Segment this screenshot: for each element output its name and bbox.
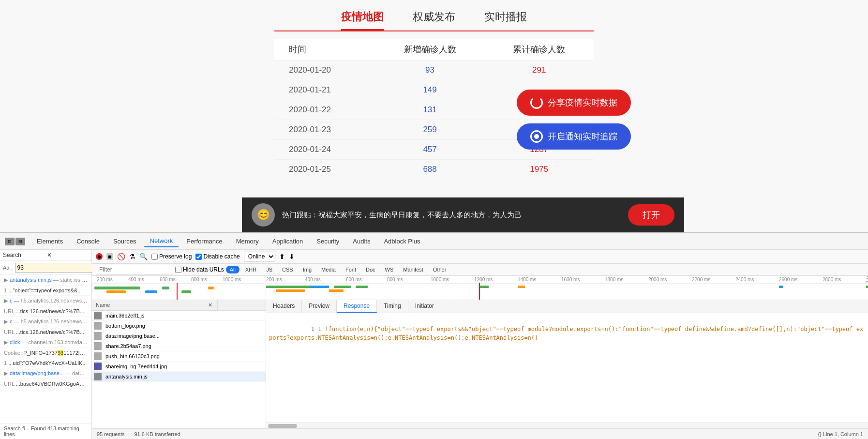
- notify-btn[interactable]: 开启通知实时追踪: [517, 123, 631, 150]
- devtools: ⊡ ⊟ Elements Console Sources Network Per…: [0, 232, 868, 439]
- export-btn[interactable]: ⬇: [289, 253, 295, 260]
- list-item[interactable]: URL ...base64.iVBORw0KGgoAAA...: [0, 379, 91, 389]
- filter-manifest[interactable]: Manifest: [399, 266, 427, 273]
- notif-open-btn[interactable]: 打开: [628, 204, 674, 226]
- devtools-main: Search ✕ Aa . ↺ ⊘ ▶antanalysis.min.js — …: [0, 250, 868, 439]
- devtools-undock-btn[interactable]: ⊡: [5, 238, 15, 245]
- filter-input[interactable]: [96, 265, 173, 274]
- cell-new: 93: [375, 61, 485, 80]
- tab-authoritative[interactable]: 权威发布: [413, 10, 455, 30]
- file-name: antanalysis.min.js: [104, 372, 266, 381]
- transferred-size: 91.6 KB transferred: [134, 431, 180, 437]
- filter-doc[interactable]: Doc: [362, 266, 379, 273]
- search-btn[interactable]: 🔍: [139, 253, 148, 260]
- timeline-ruler-area: 200 ms 400 ms 600 ms 800 ms 1000 ms ...: [92, 276, 266, 300]
- tab-elements[interactable]: Elements: [31, 236, 69, 247]
- list-item[interactable]: 1 ...uid":"O7wVhdkY4wcX+UaLlK...: [0, 358, 91, 368]
- list-item[interactable]: 1 ..."object"==typeof exports&&...: [0, 286, 91, 296]
- filter-font[interactable]: Font: [342, 266, 360, 273]
- col-total: 累计确诊人数: [484, 39, 594, 61]
- list-item[interactable]: push_btn.66130c3.png: [92, 351, 266, 362]
- list-item[interactable]: bottom_logo.png: [92, 321, 266, 331]
- filter-all[interactable]: All: [226, 266, 239, 273]
- import-btn[interactable]: ⬆: [279, 253, 285, 260]
- list-item[interactable]: ▶c — h5.analytics.126.net/news/c?...: [0, 296, 91, 306]
- throttle-select[interactable]: Online: [244, 252, 275, 261]
- stop-btn[interactable]: ⏹: [106, 253, 113, 260]
- tab-bar: 疫情地图 权威发布 实时播报: [341, 0, 527, 30]
- list-item[interactable]: shareimg_bg.7eed4d4.jpg: [92, 362, 266, 372]
- clear-btn[interactable]: 🚫: [117, 253, 125, 260]
- nl-col-x-header[interactable]: ✕: [203, 300, 218, 310]
- filter-media[interactable]: Media: [317, 266, 340, 273]
- tab-audits[interactable]: Audits: [347, 236, 376, 247]
- cell-date: 2020-01-21: [274, 80, 375, 100]
- devtools-tabbar: ⊡ ⊟ Elements Console Sources Network Per…: [0, 233, 868, 250]
- search-label: Search: [3, 252, 45, 258]
- record-btn[interactable]: ⏺: [96, 253, 103, 260]
- tab-network[interactable]: Network: [144, 235, 179, 247]
- tab-console[interactable]: Console: [71, 236, 105, 247]
- list-item[interactable]: main.36b2eff1.js: [92, 311, 266, 321]
- share-btn[interactable]: 分享疫情实时数据: [517, 90, 631, 116]
- list-item[interactable]: Cookie: P_INFO=17379311172|15...: [0, 348, 91, 358]
- tab-realtime[interactable]: 实时播报: [484, 10, 527, 30]
- hide-data-urls-checkbox[interactable]: Hide data URLs: [175, 266, 224, 273]
- cell-new: 457: [375, 140, 485, 160]
- tab-preview[interactable]: Preview: [302, 300, 337, 313]
- search-panel: Search ✕ Aa . ↺ ⊘ ▶antanalysis.min.js — …: [0, 250, 92, 439]
- list-item[interactable]: ▶click — channel.m.163.com/data/...: [0, 337, 91, 348]
- disable-cache-checkbox[interactable]: Disable cache: [195, 253, 239, 260]
- filter-ws[interactable]: WS: [381, 266, 398, 273]
- search-toggle-dot[interactable]: .: [11, 265, 13, 271]
- list-item[interactable]: URL ...tics.126.net/news/c?%7B...: [0, 306, 91, 317]
- cell-date: 2020-01-20: [274, 61, 375, 80]
- network-panel: ⏺ ⏹ 🚫 ⚗ 🔍 Preserve log Disable cache Onl…: [92, 250, 868, 439]
- search-results-list: ▶antanalysis.min.js — static.ws.126... 1…: [0, 275, 91, 389]
- search-input[interactable]: [15, 263, 92, 272]
- tab-performance[interactable]: Performance: [180, 236, 228, 247]
- nl-header: Name ✕: [92, 300, 266, 311]
- filter-xhr[interactable]: XHR: [241, 266, 260, 273]
- notif-avatar: 😊: [252, 203, 275, 227]
- cell-new: 131: [375, 100, 485, 120]
- devtools-dock-btn[interactable]: ⊟: [15, 238, 25, 245]
- file-name: data:image/png;base...: [104, 332, 266, 340]
- cell-new: 259: [375, 120, 485, 140]
- tab-memory[interactable]: Memory: [230, 236, 265, 247]
- network-list: 200 ms 400 ms 600 ms 800 ms 1000 ms ...: [92, 276, 266, 428]
- filter-tabs: Hide data URLs All XHR JS CSS Img Media …: [92, 264, 868, 276]
- horizontal-scrollbar[interactable]: [266, 423, 868, 428]
- list-item[interactable]: data:image/png;base...: [92, 331, 266, 341]
- list-item[interactable]: ▶antanalysis.min.js — static.ws.126...: [0, 275, 91, 286]
- search-input-row: Aa . ↺ ⊘: [0, 261, 91, 275]
- list-item[interactable]: ▶c — h5.analytics.126.net/news/c?...: [0, 317, 91, 327]
- tab-security[interactable]: Security: [311, 236, 345, 247]
- tab-application[interactable]: Application: [267, 236, 309, 247]
- tab-sources[interactable]: Sources: [107, 236, 142, 247]
- preserve-log-checkbox[interactable]: Preserve log: [151, 253, 192, 260]
- tab-initiator[interactable]: Initiator: [408, 300, 441, 313]
- filter-other[interactable]: Other: [429, 266, 450, 273]
- detail-tabs: Headers Preview Response Timing Initiato…: [266, 300, 868, 313]
- webpage-area: 疫情地图 权威发布 实时播报 时间 新增确诊人数 累计确诊人数 2020-01-…: [0, 0, 868, 232]
- tab-headers[interactable]: Headers: [266, 300, 302, 313]
- list-item[interactable]: URL ...tics.126.net/news/c?%7B...: [0, 327, 91, 337]
- tab-response[interactable]: Response: [337, 300, 377, 313]
- filter-img[interactable]: Img: [299, 266, 315, 273]
- cell-total: 1975: [484, 160, 594, 180]
- list-item[interactable]: ▶data:image/png;base... — dataim...: [0, 368, 91, 379]
- scroll-thumb[interactable]: [268, 424, 297, 428]
- list-item[interactable]: share.2b54aa7.png: [92, 341, 266, 351]
- search-close-btn[interactable]: ✕: [47, 252, 89, 258]
- search-toggle-aa[interactable]: Aa: [3, 265, 9, 271]
- list-item[interactable]: antanalysis.min.js: [92, 372, 266, 382]
- nl-col-name-header[interactable]: Name: [92, 300, 203, 310]
- tab-adblock[interactable]: Adblock Plus: [378, 236, 426, 247]
- tab-timing[interactable]: Timing: [377, 300, 408, 313]
- filter-js[interactable]: JS: [262, 266, 276, 273]
- filter-css[interactable]: CSS: [278, 266, 297, 273]
- search-found-text: Search fi... Found 413 matching lines.: [0, 423, 91, 439]
- tab-epidemic-map[interactable]: 疫情地图: [341, 10, 384, 30]
- filter-btn[interactable]: ⚗: [129, 253, 135, 260]
